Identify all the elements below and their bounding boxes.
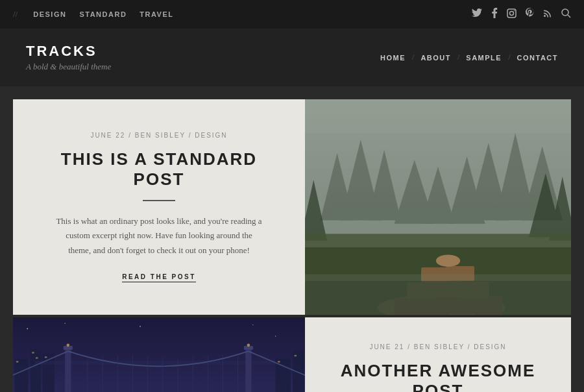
post-2-meta: JUNE 21 / BEN SIBLEY / DESIGN (369, 343, 506, 350)
rss-icon[interactable] (543, 8, 552, 20)
pinterest-icon[interactable] (526, 8, 534, 21)
svg-point-4 (562, 9, 568, 16)
top-bar-slash: // (13, 9, 18, 19)
svg-point-1 (510, 11, 514, 15)
twitter-icon[interactable] (472, 8, 482, 20)
nav-about[interactable]: ABOUT (420, 54, 451, 62)
svg-line-5 (568, 15, 570, 18)
site-title: TRACKS (26, 43, 111, 60)
post-1-image (305, 99, 571, 315)
nav-contact[interactable]: CONTACT (517, 54, 558, 62)
nav-home[interactable]: HOME (380, 54, 406, 62)
main-content: JUNE 22 / BEN SIBLEY / DESIGN THIS IS A … (0, 86, 584, 392)
facebook-icon[interactable] (491, 8, 498, 21)
post-card-2: JUNE 21 / BEN SIBLEY / DESIGN ANOTHER AW… (305, 317, 571, 392)
post-1-meta: JUNE 22 / BEN SIBLEY / DESIGN (90, 132, 227, 139)
site-header: TRACKS A bold & beautiful theme HOME / A… (0, 29, 584, 86)
svg-rect-45 (305, 99, 571, 315)
topbar-link-travel[interactable]: TRAVEL (140, 10, 173, 18)
site-brand: TRACKS A bold & beautiful theme (26, 43, 111, 72)
post-2-title: ANOTHER AWESOME POST (337, 361, 539, 392)
topbar-link-design[interactable]: DESIGN (33, 10, 66, 18)
svg-rect-103 (13, 317, 305, 392)
cards-row-1: JUNE 22 / BEN SIBLEY / DESIGN THIS IS A … (13, 99, 571, 315)
nav-sample[interactable]: SAMPLE (466, 54, 502, 62)
site-tagline: A bold & beautiful theme (26, 62, 111, 72)
top-bar-left: // DESIGN STANDARD TRAVEL (13, 9, 174, 19)
post-2-image (13, 317, 305, 392)
search-icon[interactable] (561, 8, 571, 21)
svg-point-2 (514, 10, 515, 11)
post-card-1: JUNE 22 / BEN SIBLEY / DESIGN THIS IS A … (13, 99, 305, 315)
post-1-excerpt: This is what an ordinary post looks like… (55, 214, 263, 257)
top-bar-social (472, 8, 571, 21)
post-1-divider (143, 200, 175, 201)
nav-sep-3: / (508, 53, 510, 62)
nav-sep-1: / (412, 53, 414, 62)
cards-row-2: JUNE 21 / BEN SIBLEY / DESIGN ANOTHER AW… (13, 317, 571, 392)
post-1-read-link[interactable]: READ THE POST (122, 273, 196, 282)
svg-point-3 (544, 15, 546, 17)
topbar-link-standard[interactable]: STANDARD (79, 10, 127, 18)
instagram-icon[interactable] (507, 8, 517, 21)
main-nav: HOME / ABOUT / SAMPLE / CONTACT (380, 53, 558, 62)
top-bar: // DESIGN STANDARD TRAVEL (0, 0, 584, 29)
nav-sep-2: / (457, 53, 459, 62)
post-1-title: THIS IS A STANDARD POST (39, 149, 279, 190)
